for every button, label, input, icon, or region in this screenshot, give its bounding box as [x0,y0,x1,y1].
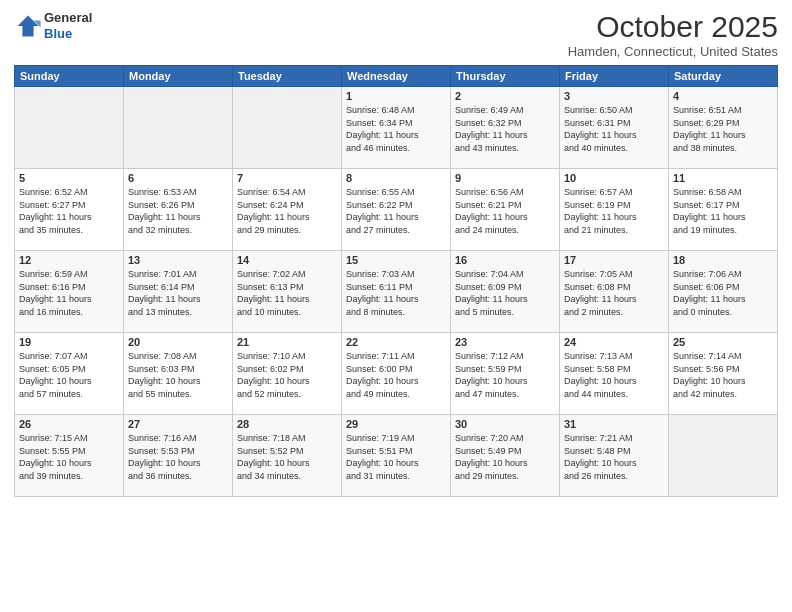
weekday-header-friday: Friday [560,66,669,87]
day-info: Sunrise: 6:54 AM Sunset: 6:24 PM Dayligh… [237,186,337,236]
header: General Blue October 2025 Hamden, Connec… [14,10,778,59]
calendar-cell: 16Sunrise: 7:04 AM Sunset: 6:09 PM Dayli… [451,251,560,333]
day-number: 25 [673,336,773,348]
weekday-header-saturday: Saturday [669,66,778,87]
day-info: Sunrise: 7:13 AM Sunset: 5:58 PM Dayligh… [564,350,664,400]
day-number: 20 [128,336,228,348]
title-area: October 2025 Hamden, Connecticut, United… [568,10,778,59]
logo-blue-text: Blue [44,26,92,42]
calendar-week-3: 12Sunrise: 6:59 AM Sunset: 6:16 PM Dayli… [15,251,778,333]
day-number: 17 [564,254,664,266]
day-info: Sunrise: 7:19 AM Sunset: 5:51 PM Dayligh… [346,432,446,482]
day-info: Sunrise: 7:12 AM Sunset: 5:59 PM Dayligh… [455,350,555,400]
day-number: 1 [346,90,446,102]
calendar-cell: 17Sunrise: 7:05 AM Sunset: 6:08 PM Dayli… [560,251,669,333]
calendar-cell: 25Sunrise: 7:14 AM Sunset: 5:56 PM Dayli… [669,333,778,415]
calendar-week-5: 26Sunrise: 7:15 AM Sunset: 5:55 PM Dayli… [15,415,778,497]
day-number: 28 [237,418,337,430]
calendar-cell: 2Sunrise: 6:49 AM Sunset: 6:32 PM Daylig… [451,87,560,169]
day-info: Sunrise: 7:01 AM Sunset: 6:14 PM Dayligh… [128,268,228,318]
day-info: Sunrise: 6:56 AM Sunset: 6:21 PM Dayligh… [455,186,555,236]
day-info: Sunrise: 7:10 AM Sunset: 6:02 PM Dayligh… [237,350,337,400]
day-info: Sunrise: 6:57 AM Sunset: 6:19 PM Dayligh… [564,186,664,236]
day-info: Sunrise: 7:16 AM Sunset: 5:53 PM Dayligh… [128,432,228,482]
day-number: 7 [237,172,337,184]
day-info: Sunrise: 6:52 AM Sunset: 6:27 PM Dayligh… [19,186,119,236]
day-number: 9 [455,172,555,184]
day-number: 2 [455,90,555,102]
day-number: 10 [564,172,664,184]
day-number: 26 [19,418,119,430]
day-info: Sunrise: 7:04 AM Sunset: 6:09 PM Dayligh… [455,268,555,318]
calendar-cell: 11Sunrise: 6:58 AM Sunset: 6:17 PM Dayli… [669,169,778,251]
calendar-cell: 20Sunrise: 7:08 AM Sunset: 6:03 PM Dayli… [124,333,233,415]
calendar-cell: 9Sunrise: 6:56 AM Sunset: 6:21 PM Daylig… [451,169,560,251]
calendar-cell: 29Sunrise: 7:19 AM Sunset: 5:51 PM Dayli… [342,415,451,497]
calendar-cell: 26Sunrise: 7:15 AM Sunset: 5:55 PM Dayli… [15,415,124,497]
day-info: Sunrise: 7:03 AM Sunset: 6:11 PM Dayligh… [346,268,446,318]
day-number: 31 [564,418,664,430]
calendar-cell: 4Sunrise: 6:51 AM Sunset: 6:29 PM Daylig… [669,87,778,169]
calendar-cell: 30Sunrise: 7:20 AM Sunset: 5:49 PM Dayli… [451,415,560,497]
calendar-cell: 21Sunrise: 7:10 AM Sunset: 6:02 PM Dayli… [233,333,342,415]
day-info: Sunrise: 7:18 AM Sunset: 5:52 PM Dayligh… [237,432,337,482]
calendar-cell [669,415,778,497]
calendar-cell: 13Sunrise: 7:01 AM Sunset: 6:14 PM Dayli… [124,251,233,333]
calendar-cell: 1Sunrise: 6:48 AM Sunset: 6:34 PM Daylig… [342,87,451,169]
calendar-cell: 6Sunrise: 6:53 AM Sunset: 6:26 PM Daylig… [124,169,233,251]
svg-marker-0 [18,15,39,36]
subtitle: Hamden, Connecticut, United States [568,44,778,59]
calendar-cell: 10Sunrise: 6:57 AM Sunset: 6:19 PM Dayli… [560,169,669,251]
weekday-header-wednesday: Wednesday [342,66,451,87]
day-number: 8 [346,172,446,184]
day-number: 16 [455,254,555,266]
page: General Blue October 2025 Hamden, Connec… [0,0,792,612]
logo-text: General Blue [44,10,92,41]
day-number: 24 [564,336,664,348]
weekday-header-sunday: Sunday [15,66,124,87]
logo-icon [14,12,42,40]
weekday-header-thursday: Thursday [451,66,560,87]
calendar-cell: 24Sunrise: 7:13 AM Sunset: 5:58 PM Dayli… [560,333,669,415]
calendar-cell: 22Sunrise: 7:11 AM Sunset: 6:00 PM Dayli… [342,333,451,415]
logo: General Blue [14,10,92,41]
calendar-cell: 15Sunrise: 7:03 AM Sunset: 6:11 PM Dayli… [342,251,451,333]
day-info: Sunrise: 7:08 AM Sunset: 6:03 PM Dayligh… [128,350,228,400]
day-info: Sunrise: 6:50 AM Sunset: 6:31 PM Dayligh… [564,104,664,154]
day-info: Sunrise: 6:53 AM Sunset: 6:26 PM Dayligh… [128,186,228,236]
day-info: Sunrise: 7:02 AM Sunset: 6:13 PM Dayligh… [237,268,337,318]
month-title: October 2025 [568,10,778,44]
calendar-cell [124,87,233,169]
day-number: 30 [455,418,555,430]
calendar-cell [15,87,124,169]
day-info: Sunrise: 7:20 AM Sunset: 5:49 PM Dayligh… [455,432,555,482]
day-number: 27 [128,418,228,430]
day-number: 4 [673,90,773,102]
day-number: 12 [19,254,119,266]
day-info: Sunrise: 7:11 AM Sunset: 6:00 PM Dayligh… [346,350,446,400]
day-number: 13 [128,254,228,266]
day-info: Sunrise: 7:06 AM Sunset: 6:06 PM Dayligh… [673,268,773,318]
day-info: Sunrise: 7:05 AM Sunset: 6:08 PM Dayligh… [564,268,664,318]
day-info: Sunrise: 7:14 AM Sunset: 5:56 PM Dayligh… [673,350,773,400]
day-info: Sunrise: 6:48 AM Sunset: 6:34 PM Dayligh… [346,104,446,154]
calendar-cell: 5Sunrise: 6:52 AM Sunset: 6:27 PM Daylig… [15,169,124,251]
calendar-cell: 12Sunrise: 6:59 AM Sunset: 6:16 PM Dayli… [15,251,124,333]
calendar-cell: 31Sunrise: 7:21 AM Sunset: 5:48 PM Dayli… [560,415,669,497]
calendar-week-2: 5Sunrise: 6:52 AM Sunset: 6:27 PM Daylig… [15,169,778,251]
weekday-header-tuesday: Tuesday [233,66,342,87]
weekday-header-row: SundayMondayTuesdayWednesdayThursdayFrid… [15,66,778,87]
weekday-header-monday: Monday [124,66,233,87]
day-number: 11 [673,172,773,184]
calendar-week-1: 1Sunrise: 6:48 AM Sunset: 6:34 PM Daylig… [15,87,778,169]
calendar-cell: 23Sunrise: 7:12 AM Sunset: 5:59 PM Dayli… [451,333,560,415]
day-info: Sunrise: 6:51 AM Sunset: 6:29 PM Dayligh… [673,104,773,154]
day-number: 21 [237,336,337,348]
day-number: 29 [346,418,446,430]
day-info: Sunrise: 7:07 AM Sunset: 6:05 PM Dayligh… [19,350,119,400]
day-info: Sunrise: 6:59 AM Sunset: 6:16 PM Dayligh… [19,268,119,318]
day-number: 23 [455,336,555,348]
calendar-cell: 8Sunrise: 6:55 AM Sunset: 6:22 PM Daylig… [342,169,451,251]
calendar-cell [233,87,342,169]
day-number: 5 [19,172,119,184]
